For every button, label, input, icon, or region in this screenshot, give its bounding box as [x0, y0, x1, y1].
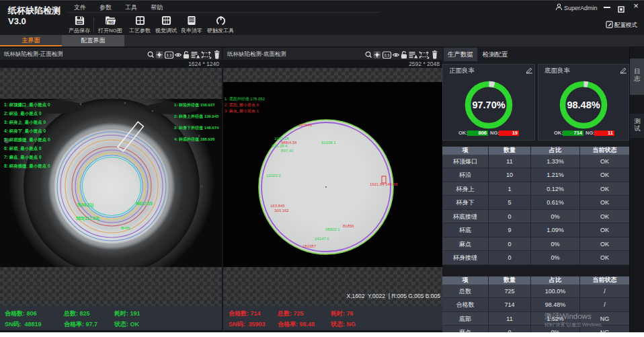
- svg-text:61038 1: 61038 1: [321, 141, 336, 145]
- svg-text:24147 6: 24147 6: [315, 237, 329, 241]
- svg-text:1: 杯沿外径值 158.927: 1: 杯沿外径值 158.927: [174, 102, 215, 108]
- svg-text:585(117.03): 585(117.03): [76, 216, 99, 221]
- svg-text:1:1: 1:1: [385, 53, 390, 57]
- svg-text:6: 杯底_最小斑点 0: 6: 杯底_最小斑点 0: [4, 146, 42, 151]
- svg-text:3: 麻点_最小斑点 1: 3: 麻点_最小斑点 1: [225, 108, 259, 113]
- svg-text:3: 杯身上_最小斑点 0: 3: 杯身上_最小斑点 0: [4, 120, 46, 125]
- svg-text:5(04.31): 5(04.31): [77, 202, 93, 208]
- svg-text:1:1: 1:1: [167, 53, 172, 57]
- svg-text:NG: NG: [108, 20, 114, 24]
- svg-text:98820 1: 98820 1: [325, 227, 340, 231]
- svg-text:81856: 81856: [343, 224, 354, 228]
- svg-text:12023 0: 12023 0: [266, 174, 281, 178]
- svg-text:R=05: R=05: [121, 226, 130, 230]
- svg-text:97.70%: 97.70%: [472, 100, 505, 110]
- svg-text:1: 杯顶爆口_最小斑点 0: 1: 杯顶爆口_最小斑点 0: [4, 102, 50, 108]
- svg-text:N617.09: N617.09: [136, 201, 153, 206]
- svg-text:3: 杯身下外径值 148.674: 3: 杯身下外径值 148.674: [174, 125, 219, 130]
- svg-text:1: 底面外径值 176.052: 1: 底面外径值 176.052: [225, 96, 266, 102]
- svg-text:182287: 182287: [303, 244, 317, 248]
- svg-text:4: 杯身下_最小斑点 0: 4: 杯身下_最小斑点 0: [4, 128, 46, 134]
- svg-text:197646: 197646: [298, 123, 313, 127]
- svg-text:7: 麻点_最小斑点 0: 7: 麻点_最小斑点 0: [4, 155, 42, 160]
- svg-text:163.845: 163.845: [270, 204, 285, 208]
- svg-text:4: 杯底外径值 188.926: 4: 杯底外径值 188.926: [174, 137, 215, 142]
- svg-text:897.43: 897.43: [281, 149, 294, 153]
- svg-text:1001.28: 1001.28: [274, 137, 289, 141]
- svg-text:2: 杯沿_最小斑点 0: 2: 杯沿_最小斑点 0: [4, 111, 42, 116]
- svg-text:300.162: 300.162: [274, 209, 289, 213]
- svg-text:5: 杯底接缝_最小斑点 0: 5: 杯底接缝_最小斑点 0: [4, 137, 50, 143]
- svg-text:2: 底面_最小斑点 6: 2: 底面_最小斑点 6: [225, 102, 259, 108]
- svg-text:103.28 4: 103.28 4: [272, 144, 288, 148]
- svg-text:8: 杯身接缝_最小斑点 0: 8: 杯身接缝_最小斑点 0: [4, 163, 50, 169]
- svg-text:98.48%: 98.48%: [567, 100, 600, 110]
- svg-text:2: 杯身上外径值 139.945: 2: 杯身上外径值 139.945: [174, 114, 219, 119]
